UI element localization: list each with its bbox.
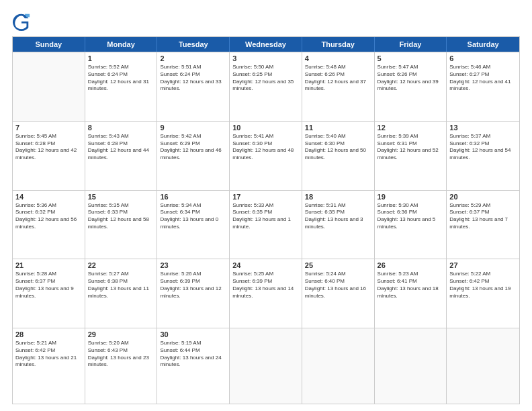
day-info: Sunrise: 5:33 AM Sunset: 6:35 PM Dayligh…: [232, 202, 299, 231]
day-info: Sunrise: 5:25 AM Sunset: 6:39 PM Dayligh…: [232, 271, 299, 300]
day-number: 13: [449, 124, 517, 132]
day-number: 22: [88, 261, 154, 269]
empty-cell: [230, 328, 302, 404]
day-info: Sunrise: 5:50 AM Sunset: 6:25 PM Dayligh…: [232, 64, 299, 93]
day-cell-29: 29Sunrise: 5:20 AM Sunset: 6:43 PM Dayli…: [85, 328, 158, 404]
day-number: 14: [15, 193, 82, 201]
day-number: 7: [15, 124, 82, 132]
day-cell-3: 3Sunrise: 5:50 AM Sunset: 6:25 PM Daylig…: [230, 52, 302, 121]
day-info: Sunrise: 5:31 AM Sunset: 6:35 PM Dayligh…: [305, 202, 371, 231]
calendar-body: 1Sunrise: 5:52 AM Sunset: 6:24 PM Daylig…: [13, 52, 519, 404]
day-info: Sunrise: 5:37 AM Sunset: 6:32 PM Dayligh…: [449, 133, 517, 162]
empty-cell: [447, 328, 519, 404]
day-info: Sunrise: 5:41 AM Sunset: 6:30 PM Dayligh…: [232, 133, 299, 162]
day-number: 10: [232, 124, 299, 132]
day-cell-11: 11Sunrise: 5:40 AM Sunset: 6:30 PM Dayli…: [302, 122, 375, 190]
logo: [12, 12, 34, 31]
day-info: Sunrise: 5:45 AM Sunset: 6:28 PM Dayligh…: [15, 133, 82, 162]
day-info: Sunrise: 5:20 AM Sunset: 6:43 PM Dayligh…: [88, 340, 154, 369]
day-info: Sunrise: 5:43 AM Sunset: 6:28 PM Dayligh…: [88, 133, 154, 162]
day-number: 23: [160, 261, 226, 269]
calendar-header: SundayMondayTuesdayWednesdayThursdayFrid…: [13, 37, 519, 52]
day-number: 28: [15, 330, 82, 338]
day-info: Sunrise: 5:30 AM Sunset: 6:36 PM Dayligh…: [378, 202, 444, 231]
day-number: 27: [449, 261, 517, 269]
calendar-row-5: 28Sunrise: 5:21 AM Sunset: 6:42 PM Dayli…: [13, 328, 519, 404]
day-info: Sunrise: 5:19 AM Sunset: 6:44 PM Dayligh…: [160, 340, 226, 369]
day-cell-5: 5Sunrise: 5:47 AM Sunset: 6:26 PM Daylig…: [375, 52, 447, 121]
day-cell-21: 21Sunrise: 5:28 AM Sunset: 6:37 PM Dayli…: [13, 259, 85, 328]
header-day-sunday: Sunday: [13, 37, 85, 52]
day-number: 4: [305, 54, 371, 62]
header-day-saturday: Saturday: [447, 37, 519, 52]
day-cell-25: 25Sunrise: 5:24 AM Sunset: 6:40 PM Dayli…: [302, 259, 375, 328]
empty-cell: [375, 328, 447, 404]
day-info: Sunrise: 5:52 AM Sunset: 6:24 PM Dayligh…: [88, 64, 154, 93]
day-info: Sunrise: 5:39 AM Sunset: 6:31 PM Dayligh…: [378, 133, 444, 162]
day-info: Sunrise: 5:48 AM Sunset: 6:26 PM Dayligh…: [305, 64, 371, 93]
day-cell-22: 22Sunrise: 5:27 AM Sunset: 6:38 PM Dayli…: [85, 259, 158, 328]
day-number: 5: [378, 54, 444, 62]
day-number: 21: [15, 261, 82, 269]
header-day-friday: Friday: [375, 37, 447, 52]
day-info: Sunrise: 5:35 AM Sunset: 6:33 PM Dayligh…: [88, 202, 154, 231]
calendar-row-1: 1Sunrise: 5:52 AM Sunset: 6:24 PM Daylig…: [13, 52, 519, 121]
day-number: 9: [160, 124, 226, 132]
page: SundayMondayTuesdayWednesdayThursdayFrid…: [0, 0, 532, 411]
day-cell-12: 12Sunrise: 5:39 AM Sunset: 6:31 PM Dayli…: [375, 122, 447, 190]
day-number: 20: [449, 193, 517, 201]
day-info: Sunrise: 5:29 AM Sunset: 6:37 PM Dayligh…: [449, 202, 517, 231]
day-cell-24: 24Sunrise: 5:25 AM Sunset: 6:39 PM Dayli…: [230, 259, 302, 328]
day-number: 26: [378, 261, 444, 269]
day-info: Sunrise: 5:26 AM Sunset: 6:39 PM Dayligh…: [160, 271, 226, 300]
header-day-thursday: Thursday: [302, 37, 375, 52]
day-number: 8: [88, 124, 154, 132]
day-info: Sunrise: 5:27 AM Sunset: 6:38 PM Dayligh…: [88, 271, 154, 300]
day-number: 15: [88, 193, 154, 201]
day-info: Sunrise: 5:51 AM Sunset: 6:24 PM Dayligh…: [160, 64, 226, 93]
calendar-row-4: 21Sunrise: 5:28 AM Sunset: 6:37 PM Dayli…: [13, 259, 519, 328]
day-cell-27: 27Sunrise: 5:22 AM Sunset: 6:42 PM Dayli…: [447, 259, 519, 328]
day-info: Sunrise: 5:28 AM Sunset: 6:37 PM Dayligh…: [15, 271, 82, 300]
day-number: 18: [305, 193, 371, 201]
day-cell-2: 2Sunrise: 5:51 AM Sunset: 6:24 PM Daylig…: [157, 52, 230, 121]
day-number: 17: [232, 193, 299, 201]
day-info: Sunrise: 5:22 AM Sunset: 6:42 PM Dayligh…: [449, 271, 517, 300]
day-cell-20: 20Sunrise: 5:29 AM Sunset: 6:37 PM Dayli…: [447, 191, 519, 259]
day-cell-15: 15Sunrise: 5:35 AM Sunset: 6:33 PM Dayli…: [85, 191, 158, 259]
header-day-monday: Monday: [85, 37, 158, 52]
calendar-row-2: 7Sunrise: 5:45 AM Sunset: 6:28 PM Daylig…: [13, 121, 519, 190]
day-number: 30: [160, 330, 226, 338]
day-cell-6: 6Sunrise: 5:46 AM Sunset: 6:27 PM Daylig…: [447, 52, 519, 121]
day-info: Sunrise: 5:21 AM Sunset: 6:42 PM Dayligh…: [15, 340, 82, 369]
day-number: 12: [378, 124, 444, 132]
header: [12, 12, 520, 31]
day-cell-19: 19Sunrise: 5:30 AM Sunset: 6:36 PM Dayli…: [375, 191, 447, 259]
day-info: Sunrise: 5:23 AM Sunset: 6:41 PM Dayligh…: [378, 271, 444, 300]
day-cell-10: 10Sunrise: 5:41 AM Sunset: 6:30 PM Dayli…: [230, 122, 302, 190]
day-cell-30: 30Sunrise: 5:19 AM Sunset: 6:44 PM Dayli…: [157, 328, 230, 404]
day-cell-4: 4Sunrise: 5:48 AM Sunset: 6:26 PM Daylig…: [302, 52, 375, 121]
day-cell-8: 8Sunrise: 5:43 AM Sunset: 6:28 PM Daylig…: [85, 122, 158, 190]
day-cell-17: 17Sunrise: 5:33 AM Sunset: 6:35 PM Dayli…: [230, 191, 302, 259]
day-number: 1: [88, 54, 154, 62]
day-cell-13: 13Sunrise: 5:37 AM Sunset: 6:32 PM Dayli…: [447, 122, 519, 190]
day-number: 29: [88, 330, 154, 338]
day-cell-23: 23Sunrise: 5:26 AM Sunset: 6:39 PM Dayli…: [157, 259, 230, 328]
calendar-row-3: 14Sunrise: 5:36 AM Sunset: 6:32 PM Dayli…: [13, 190, 519, 259]
day-number: 3: [232, 54, 299, 62]
header-day-tuesday: Tuesday: [157, 37, 230, 52]
day-info: Sunrise: 5:46 AM Sunset: 6:27 PM Dayligh…: [449, 64, 517, 93]
day-cell-1: 1Sunrise: 5:52 AM Sunset: 6:24 PM Daylig…: [85, 52, 158, 121]
day-info: Sunrise: 5:34 AM Sunset: 6:34 PM Dayligh…: [160, 202, 226, 231]
day-cell-14: 14Sunrise: 5:36 AM Sunset: 6:32 PM Dayli…: [13, 191, 85, 259]
day-number: 24: [232, 261, 299, 269]
calendar: SundayMondayTuesdayWednesdayThursdayFrid…: [12, 36, 520, 404]
day-info: Sunrise: 5:40 AM Sunset: 6:30 PM Dayligh…: [305, 133, 371, 162]
day-info: Sunrise: 5:24 AM Sunset: 6:40 PM Dayligh…: [305, 271, 371, 300]
day-number: 11: [305, 124, 371, 132]
day-cell-16: 16Sunrise: 5:34 AM Sunset: 6:34 PM Dayli…: [157, 191, 230, 259]
day-cell-9: 9Sunrise: 5:42 AM Sunset: 6:29 PM Daylig…: [157, 122, 230, 190]
day-number: 6: [449, 54, 517, 62]
day-cell-26: 26Sunrise: 5:23 AM Sunset: 6:41 PM Dayli…: [375, 259, 447, 328]
